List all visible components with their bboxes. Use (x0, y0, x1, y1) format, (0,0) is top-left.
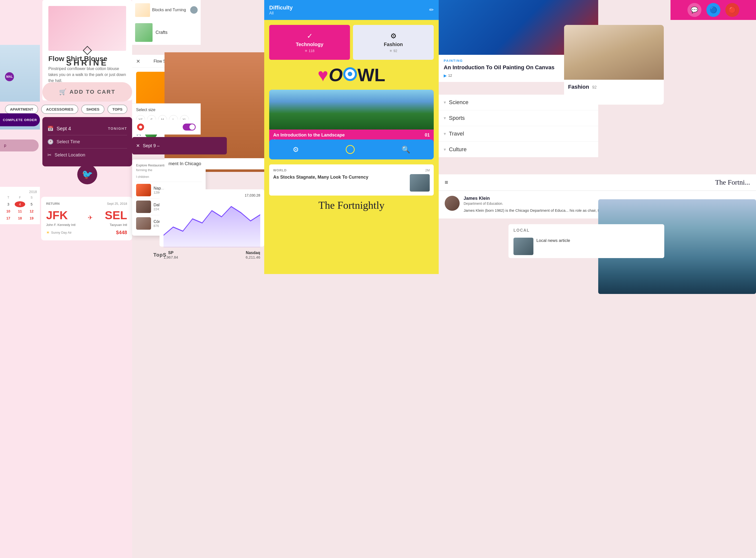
category-cards: ✓ Technology ✳ 118 ⚙ Fashion ✳ 92 (264, 20, 439, 65)
event-chicago: ment In Chicago (165, 158, 264, 170)
fashion-icon: ⚙ (390, 32, 396, 40)
owl-video-card[interactable]: An Introduction to the Landscape 01 ⏱ 4:… (269, 90, 434, 146)
user-avatar (190, 6, 198, 14)
stock-chart-svg (164, 198, 260, 248)
plane-icon: ✈ (88, 214, 93, 221)
tops-label: TopS (144, 245, 176, 264)
search-icon[interactable]: 🔍 (401, 146, 410, 154)
utensils-icon: ✂ (47, 152, 52, 158)
calendar-cell[interactable]: 4 (15, 201, 25, 207)
calendar-cell[interactable]: 17 (3, 215, 14, 221)
booking-date-row: 📅 Sept 4 TONIGHT (47, 122, 127, 135)
calendar: 2018 T F S 345101112171819 (0, 187, 40, 224)
stock-chart-panel: 17,030.28 SP 1,967.84 Nasdaq 6,211.46 (160, 189, 264, 247)
shrine-logo: ◇ SHRINE (42, 35, 132, 75)
owl-eye (343, 67, 357, 81)
sun-icon: ☀ (46, 230, 50, 235)
calendar-cell[interactable]: 5 (26, 201, 37, 207)
edit-icon[interactable]: ✏ (429, 7, 434, 13)
fortnightly-header: ≡ The Fortni... (439, 174, 756, 191)
owl-controls-bar: ⚙ 🔍 (269, 140, 434, 159)
blocks-thumbnail (135, 3, 150, 17)
avatar: MAL (5, 72, 14, 81)
alert-icon[interactable]: 🔴 (725, 3, 739, 17)
target-icon (346, 145, 355, 154)
cat-sports[interactable]: ▾ Sports (439, 110, 598, 126)
shrine-bird-logo: 🐦 (42, 164, 132, 186)
chevron-down-icon: ▾ (444, 100, 446, 105)
fashion-cat-card[interactable]: ⚙ Fashion ✳ 92 (353, 25, 434, 60)
toggle-knob (190, 124, 195, 130)
menu-icon[interactable]: ≡ (445, 179, 448, 186)
filter-accessories[interactable]: ACCESSORIES (41, 105, 78, 114)
james-avatar (445, 196, 460, 211)
difficulty-bar: Difficulty All ✏ (264, 0, 439, 20)
owl-logo: ♥ O WL (264, 60, 439, 90)
toggle-switch[interactable] (183, 124, 196, 130)
bird-icon: 🐦 (77, 164, 97, 184)
clock-icon: 🕐 (47, 139, 54, 145)
filter-shoes[interactable]: SHOES (81, 105, 104, 114)
calendar-icon: 📅 (47, 126, 54, 131)
local-news: LOCAL Local news article (509, 224, 664, 258)
local-article-item: Local news article (509, 235, 664, 258)
local-label: LOCAL (509, 224, 664, 235)
diamond-icon: ◇ (42, 42, 132, 56)
add-to-cart-button[interactable]: 🛒 ADD TO CART (42, 82, 132, 102)
booking-location-row[interactable]: ✂ Select Location (47, 149, 127, 161)
technology-card[interactable]: ✓ Technology ✳ 118 (269, 25, 350, 60)
settings-icon[interactable]: ⚙ (293, 146, 299, 154)
fortnightly-logo-owl: The Fortnightly (264, 194, 439, 216)
owl-letters-wl: WL (358, 65, 385, 85)
calendar-cell[interactable]: 18 (15, 215, 25, 221)
play-icon: ▶ (444, 73, 447, 78)
cart-icon: 🛒 (59, 88, 67, 95)
crafts-thumbnail (135, 23, 152, 42)
stock-values: SP 1,967.84 Nasdaq 6,211.46 (164, 249, 260, 259)
booking-time-row[interactable]: 🕐 Select Time (47, 135, 127, 149)
news-thumbnail (410, 174, 430, 192)
calendar-cell[interactable]: 19 (26, 215, 37, 221)
calendar-cell[interactable]: 11 (15, 208, 25, 214)
booking-card: 📅 Sept 4 TONIGHT 🕐 Select Time ✂ Select … (42, 117, 132, 167)
chevron-down-icon: ▾ (444, 131, 446, 136)
shrine-panel: Flow Shirt Blouse Pinstriped cornflower … (0, 0, 132, 558)
owl-panel: Difficulty All ✏ ✓ Technology ✳ 118 ⚙ Fa… (264, 0, 439, 274)
complete-order-button[interactable]: COMPLETE ORDER (0, 113, 40, 126)
cat-culture[interactable]: ▾ Culture (439, 142, 598, 157)
chevron-down-icon: ▾ (444, 115, 446, 121)
heart-icon: ♥ (318, 65, 328, 85)
filter-tops[interactable]: TOPS (107, 105, 128, 114)
ip-input[interactable]: p (0, 140, 39, 151)
calendar-grid: 345101112171819 (3, 201, 37, 221)
calendar-cell[interactable]: 12 (26, 208, 37, 214)
cat-travel[interactable]: ▾ Travel (439, 126, 598, 142)
restaurant-thumbnail (136, 184, 151, 196)
calendar-cell[interactable]: 10 (3, 208, 14, 214)
compass-icon[interactable]: 🔵 (706, 3, 721, 17)
news-content-row: As Stocks Stagnate, Many Look To Currenc… (273, 174, 430, 192)
radio-toggle-row (132, 120, 201, 134)
close-icon[interactable]: ✕ (136, 143, 140, 149)
nav-icons: 💬 🔵 🔴 (670, 0, 756, 20)
flight-card: RETURN Sept 25, 2018 JFK John F. Kennedy… (41, 197, 132, 240)
owl-letter-o: O (329, 65, 343, 85)
blocks-item: Blocks and Turning (132, 0, 201, 20)
calendar-cell[interactable]: 3 (3, 201, 14, 207)
sept9-bar: ✕ Sept 9 – (132, 137, 227, 154)
fashion-image (564, 25, 664, 80)
news-article: WORLD 2M As Stocks Stagnate, Many Look T… (269, 164, 434, 196)
video-thumbnail (269, 90, 434, 130)
check-icon: ✓ (307, 32, 313, 40)
restaurant-thumbnail (136, 201, 151, 213)
close-icon[interactable]: ✕ (136, 58, 140, 64)
radio-button[interactable] (137, 124, 144, 130)
restaurant-thumbnail (136, 217, 151, 230)
local-thumbnail (513, 238, 533, 255)
filter-apartment[interactable]: APARTMENT (5, 105, 38, 114)
fashion-card-info: Fashion 92 (564, 80, 664, 94)
fashion-card: Fashion 92 (564, 25, 664, 105)
crafts-item: Crafts (132, 20, 201, 45)
message-icon[interactable]: 💬 (687, 3, 701, 17)
chevron-down-icon: ▾ (444, 147, 446, 152)
